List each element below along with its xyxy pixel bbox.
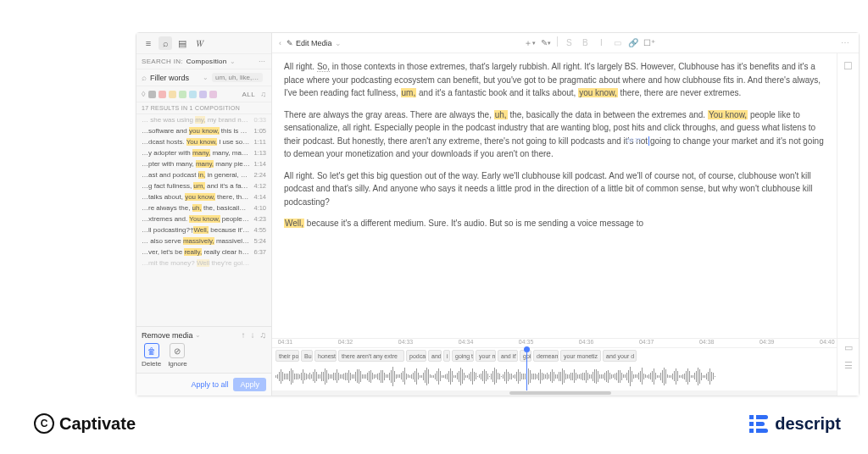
waveform[interactable] [275,363,833,389]
collapse-icon[interactable]: ▭ [844,342,853,353]
color-swatch[interactable] [199,91,207,98]
search-icon [142,73,147,82]
timeline-clip[interactable]: and it' [498,350,518,362]
filler-highlight[interactable]: um, [401,88,417,97]
result-row[interactable]: …xtremes and. You know, people l…4:23 [136,213,271,224]
color-swatch[interactable] [189,91,197,98]
color-swatch[interactable] [169,91,176,98]
strike-icon[interactable]: S [562,36,576,50]
search-in-label: SEARCH IN: [142,58,183,65]
color-icon[interactable]: ▭ [610,36,624,50]
result-row[interactable]: …pter with many, many, many pie…1:14 [136,158,271,169]
color-filter-row: ◊ ALL ♫ [136,86,271,102]
timeline-scrollbar[interactable] [272,390,837,396]
timeline-clip[interactable]: and [428,350,442,362]
chevron-down-icon[interactable]: ⌄ [195,331,201,339]
result-row[interactable]: …ver, let's be really, really clear h…6:… [136,246,271,257]
result-row[interactable]: …software and you know, this is c…1:05 [136,125,271,136]
scrollbar-thumb[interactable] [509,391,611,395]
editor-title: Edit Media [296,39,332,47]
add-icon[interactable]: ＋▾ [523,36,537,50]
timeline-clip[interactable]: their po [275,350,299,362]
headphones-icon[interactable]: ♫ [260,330,267,340]
result-row[interactable]: …ll podcasting?†Well, because it'…4:55 [136,224,271,235]
timeline-ruler[interactable]: 04:3104:3204:3304:3404:3504:3604:3704:38… [272,339,837,348]
result-row[interactable]: …y adopter with many, many, man…1:13 [136,147,271,158]
color-swatch[interactable] [179,91,186,98]
timeline-clip[interactable]: your m [476,350,496,362]
remove-title: Remove media [142,331,193,340]
timeline-clip[interactable]: there aren't any extre [338,350,404,362]
bold-icon[interactable]: B [578,36,592,50]
remove-option-delete[interactable]: 🗑Delete [142,343,161,368]
menu-icon[interactable]: ≡ [142,36,155,50]
timeline-clip[interactable]: i [443,350,450,362]
color-swatch[interactable] [209,91,217,98]
filter-input[interactable] [150,74,199,82]
ruler-mark: 04:31 [278,339,293,345]
left-toolbar: ≡ ▤ 𝑊 [136,33,271,54]
result-row[interactable]: …talks about, you know, there, the…4:14 [136,191,271,202]
settings-icon[interactable]: ☰ [844,360,853,371]
pencil-icon [287,39,293,47]
captivate-logo: C Captivate [34,413,136,434]
highlighter-icon[interactable]: ◊ [142,90,145,98]
italic-icon[interactable]: I [594,36,608,50]
result-row[interactable]: … also serve massively, massively …5:24 [136,235,271,246]
timeline-track[interactable]: their poBuhonestthere aren't any extrepo… [272,348,837,390]
prev-arrow-icon[interactable]: ↑ [242,330,246,340]
clipboard-icon[interactable]: ▤ [175,36,189,50]
remove-option-ignore[interactable]: ⊘Ignore [168,343,187,368]
results-list[interactable]: … she was using my, my brand na…0:33…sof… [136,114,271,326]
comment-icon[interactable]: ☐⁺ [643,36,656,50]
timeline: 04:3104:3204:3304:3404:3504:3604:3704:38… [272,338,859,396]
apply-to-all-link[interactable]: Apply to all [191,380,228,389]
result-row[interactable]: …mit the money? Well they're goi… [136,257,271,269]
timeline-clip[interactable]: going t [452,350,474,362]
editor-toolbar: ‹ Edit Media ⌄ ＋▾ ✎▾ S B I ▭ 🔗 ☐⁺ ⋯ [272,33,859,53]
search-scope[interactable]: SEARCH IN: Composition ⌄ ⋯ [136,54,271,69]
descript-logo: descript [749,414,841,434]
filler-highlight[interactable]: uh, [494,110,508,119]
search-icon[interactable] [159,36,172,50]
chevron-down-icon[interactable]: ⌄ [203,74,209,81]
result-row[interactable]: …dcast hosts. You know, I use soft…1:11 [136,136,271,147]
color-swatch[interactable] [159,91,166,98]
playhead[interactable] [526,348,527,390]
more-icon[interactable]: ⋯ [259,58,266,65]
comment-icon[interactable]: ☐ [843,60,853,72]
filter-chip[interactable]: um, uh, like, you know... [212,73,263,82]
timeline-clip[interactable]: demean [533,350,559,362]
ruler-mark: 04:37 [639,339,654,345]
ruler-mark: 04:32 [338,339,353,345]
color-swatch[interactable] [148,91,156,98]
more-icon[interactable]: ⋯ [838,36,852,50]
search-filter-row: ⌄ um, uh, like, you know... [136,69,271,86]
filler-highlight[interactable]: You know, [708,110,748,119]
timeline-rail: ▭ ☰ [837,339,859,396]
result-row[interactable]: …g fact fullness, um, and it's a fan…4:1… [136,180,271,191]
filler-highlight[interactable]: Well, [284,219,304,228]
color-all[interactable]: ALL [242,91,256,98]
next-arrow-icon[interactable]: ↓ [251,330,255,340]
back-icon[interactable]: ‹ [279,39,281,47]
result-row[interactable]: …re always the, uh, the, basicall…4:10 [136,202,271,213]
timeline-clip[interactable]: and your d [603,350,637,362]
highlighter-icon[interactable]: ✎▾ [539,36,553,50]
filler-highlight[interactable]: you know, [578,88,617,97]
timeline-clip-row: their poBuhonestthere aren't any extrepo… [275,350,833,362]
timeline-clip[interactable]: your monetiz [560,350,601,362]
headphones-icon[interactable]: ♫ [260,90,266,98]
apply-button[interactable]: Apply [233,378,266,391]
chevron-down-icon[interactable]: ⌄ [335,39,342,47]
timeline-clip[interactable]: podca [406,350,426,362]
library-icon[interactable]: 𝑊 [192,36,206,50]
app-window: ≡ ▤ 𝑊 SEARCH IN: Composition ⌄ ⋯ ⌄ um, u… [136,32,860,396]
link-icon[interactable]: 🔗 [626,36,640,50]
transcript-doc[interactable]: All right. So, in those contexts in thos… [272,53,837,338]
timeline-clip[interactable]: Bu [301,350,313,362]
result-row[interactable]: …ast and podcast in, in general, a…2:24 [136,169,271,180]
search-panel: ≡ ▤ 𝑊 SEARCH IN: Composition ⌄ ⋯ ⌄ um, u… [136,33,272,396]
result-row[interactable]: … she was using my, my brand na…0:33 [136,114,271,125]
timeline-clip[interactable]: honest [314,350,337,362]
